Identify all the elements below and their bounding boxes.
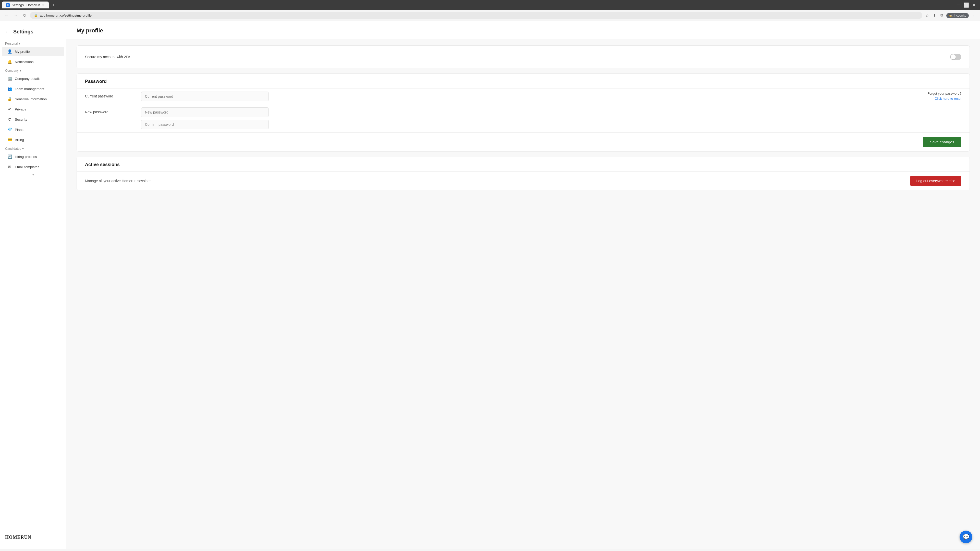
lock-icon: 🔒 [34,14,38,17]
new-password-row: New password [77,104,969,132]
sessions-card: Active sessions Manage all your active H… [76,157,970,190]
sensitive-information-label: Sensitive information [15,97,47,101]
current-password-label: Current password [85,92,131,98]
current-password-input[interactable] [141,92,269,101]
forgot-password-section: Forgot your password? Click here to rese… [915,92,961,100]
security-icon: 🛡 [7,117,12,122]
reset-password-link[interactable]: Click here to reset [935,97,961,100]
logout-everywhere-button[interactable]: Log out everywhere else [910,176,961,186]
incognito-badge: 🕵 Incognito [946,13,969,18]
security-label: Security [15,118,27,121]
close-window-button[interactable]: ✕ [972,2,976,8]
browser-chrome: H Settings · Homerun ✕ + ─ ⬜ ✕ ← → ↻ 🔒 a… [0,0,980,21]
privacy-label: Privacy [15,107,26,111]
email-templates-label: Email templates [15,165,39,169]
twofa-row: Secure my account with 2FA [85,52,961,62]
email-icon: ✉ [7,164,12,169]
notifications-label: Notifications [15,60,34,64]
hiring-process-label: Hiring process [15,155,37,159]
sidebar-item-privacy[interactable]: 👁 Privacy [2,104,64,114]
sidebar-item-billing[interactable]: 💳 Billing [2,135,64,144]
incognito-icon: 🕵 [949,14,953,17]
candidates-caret-icon: ▾ [22,147,24,151]
confirm-password-input[interactable] [141,120,269,129]
page-header: My profile [66,21,980,39]
sidebar-item-security[interactable]: 🛡 Security [2,114,64,124]
candidates-section-label: Candidates ▾ [0,145,66,151]
sensitive-icon: 🔒 [7,97,12,102]
profile-icon: 👤 [7,49,12,54]
billing-label: Billing [15,138,24,142]
new-password-input[interactable] [141,107,269,117]
save-changes-button[interactable]: Save changes [923,137,961,147]
tab-close-button[interactable]: ✕ [42,3,45,7]
current-password-row: Current password Forgot your password? C… [77,89,969,104]
download-button[interactable]: ⬇ [932,12,937,19]
menu-button[interactable]: ⋮ [971,12,977,19]
minimize-button[interactable]: ─ [957,2,960,8]
browser-nav: ← → ↻ 🔒 app.homerun.co/settings/my-profi… [0,10,980,21]
plans-icon: 💎 [7,127,12,132]
back-to-app-button[interactable]: ← [5,29,10,35]
company-details-label: Company details [15,77,41,81]
billing-icon: 💳 [7,137,12,142]
company-section-label: Company ▾ [0,67,66,73]
sidebar-item-email-templates[interactable]: ✉ Email templates [2,162,64,171]
content-area: Secure my account with 2FA Password Curr… [66,39,980,202]
sidebar-item-team-management[interactable]: 👥 Team management [2,84,64,94]
sidebar-item-hiring-process[interactable]: 🔄 Hiring process [2,152,64,162]
team-management-label: Team management [15,87,45,91]
sidebar-item-my-profile[interactable]: 👤 My profile [2,47,64,56]
main-content: My profile Secure my account with 2FA Pa… [66,21,980,549]
nav-actions: ☆ ⬇ ⧉ 🕵 Incognito ⋮ [924,12,977,19]
browser-titlebar: H Settings · Homerun ✕ + ─ ⬜ ✕ [0,0,980,10]
sidebar-item-company-details[interactable]: 🏢 Company details [2,74,64,83]
sessions-description: Manage all your active Homerun sessions [85,179,151,183]
toggle-knob [951,54,956,59]
address-bar[interactable]: 🔒 app.homerun.co/settings/my-profile [30,12,922,19]
forward-nav-button[interactable]: → [12,12,19,19]
twofa-toggle[interactable] [950,54,961,60]
logo-text: HOMERUN [5,535,31,540]
tab-title: Settings · Homerun [12,3,40,7]
sidebar-header: ← Settings [0,26,66,40]
sidebar-item-plans[interactable]: 💎 Plans [2,125,64,135]
personal-caret-icon: ▾ [19,42,20,45]
hiring-icon: 🔄 [7,154,12,159]
sidebar: ← Settings Personal ▾ 👤 My profile 🔔 Not… [0,21,66,549]
url-text: app.homerun.co/settings/my-profile [40,14,918,17]
twofa-card: Secure my account with 2FA [76,45,970,68]
tab-favicon: H [6,3,10,7]
personal-section-label: Personal ▾ [0,40,66,46]
team-icon: 👥 [7,86,12,91]
password-card: Password Current password Forgot your pa… [76,73,970,151]
chat-fab-button[interactable]: 💬 [959,530,972,543]
forgot-password-title: Forgot your password? [915,92,961,95]
maximize-button[interactable]: ⬜ [963,2,969,8]
chat-icon: 💬 [963,534,969,540]
back-nav-button[interactable]: ← [3,12,10,19]
new-password-fields [141,107,905,129]
plans-label: Plans [15,128,24,132]
new-password-label: New password [85,107,131,114]
card-footer: Save changes [77,133,969,151]
current-password-fields [141,92,905,101]
password-section-title: Password [77,74,969,88]
sessions-row: Manage all your active Homerun sessions … [77,171,969,190]
tab-overview-button[interactable]: ⧉ [939,12,944,19]
new-tab-button[interactable]: + [50,2,56,8]
page-title: My profile [76,27,970,34]
incognito-label: Incognito [954,14,966,17]
app-container: ← Settings Personal ▾ 👤 My profile 🔔 Not… [0,21,980,549]
refresh-button[interactable]: ↻ [21,12,28,19]
sidebar-item-sensitive-information[interactable]: 🔒 Sensitive information [2,94,64,104]
sidebar-item-notifications[interactable]: 🔔 Notifications [2,57,64,67]
sidebar-logo: HOMERUN [0,530,66,544]
company-icon: 🏢 [7,76,12,81]
scroll-indicator: ▾ [0,172,66,178]
company-caret-icon: ▾ [20,69,21,73]
bookmark-button[interactable]: ☆ [924,12,930,19]
settings-title: Settings [13,29,33,35]
browser-tab[interactable]: H Settings · Homerun ✕ [2,2,49,8]
privacy-icon: 👁 [7,106,12,112]
